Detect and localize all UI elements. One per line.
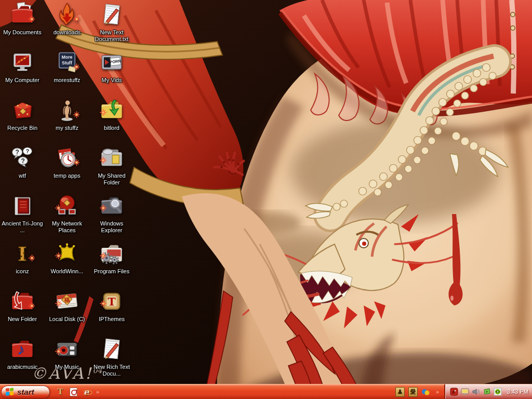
desktop-icon-my-vids[interactable]: PORNMy Vids [89, 50, 134, 98]
internet-explorer-quicklaunch-icon[interactable]: e [82, 387, 91, 396]
desktop-icon-bitlord[interactable]: bitlord [89, 98, 134, 145]
start-button[interactable]: start [1, 385, 50, 398]
desktop-icon-temp-apps[interactable]: temp apps [45, 145, 89, 193]
new-rich-text-document-icon [99, 337, 124, 364]
arabicmusic-icon: ♪ [10, 337, 35, 364]
wtf-label: wtf [19, 172, 26, 179]
desktop-icon-local-disk-c[interactable]: 福Local Disk (C) [45, 289, 89, 337]
clock[interactable]: 3:43 PM [507, 389, 528, 395]
desktop-icon-ipthemes[interactable]: TIPThemes [89, 289, 134, 337]
svg-text:Stuff: Stuff [62, 60, 72, 65]
desktop-icon-morestuffz[interactable]: MoreStuffmorestuffz [45, 50, 89, 98]
recycle-bin-icon [10, 98, 35, 125]
svg-text:?: ? [21, 157, 24, 165]
ipthemes-label: IPThemes [99, 316, 125, 323]
svg-text:T: T [108, 296, 116, 308]
desktop-icon-downloads[interactable]: downloads [45, 2, 89, 50]
display-settings-tray-icon[interactable] [461, 388, 469, 396]
desktop-icon-new-rich-text-document[interactable]: New Rich Text Docu... [89, 337, 134, 384]
svg-text:I: I [18, 243, 26, 265]
windows-explorer-label: Windows Explorer [91, 220, 132, 234]
svg-text:?: ? [25, 148, 29, 154]
arabicmusic-label: arabicmusic [7, 364, 38, 370]
my-stuffz-label: my stuffz [56, 125, 78, 131]
wtf-icon: ??? [10, 145, 35, 172]
temp-apps-label: temp apps [54, 172, 80, 179]
bitlord-tray-icon[interactable] [450, 388, 458, 396]
ancient-tri-jong-icon [10, 193, 35, 220]
ancient-tri-jong-label: Ancient Tri-Jong ... [2, 220, 43, 234]
desktop-icon-my-documents[interactable]: My Documents [0, 2, 45, 50]
new-text-document-label: New Text Document.txt [91, 29, 132, 43]
worldwinner-icon [55, 241, 79, 268]
windows-logo-icon [6, 388, 14, 396]
bitlord-icon [99, 98, 124, 125]
desktop-icon-my-network-places[interactable]: My Network Places [45, 193, 89, 241]
local-disk-c-icon: 福 [55, 289, 79, 316]
new-folder-icon [10, 289, 35, 316]
desktop-icon-my-computer[interactable]: My Computer [0, 50, 45, 98]
morestuffz-label: morestuffz [54, 77, 80, 84]
worldwinner-label: WorldWinn... [51, 268, 84, 275]
local-disk-c-label: Local Disk (C) [49, 316, 85, 323]
my-network-places-icon [55, 193, 79, 220]
my-documents-icon [10, 2, 35, 29]
my-computer-icon [10, 50, 35, 77]
program-files-label: Program Files [94, 268, 129, 275]
skeleton-hand-cursor [208, 146, 248, 183]
svg-text:?: ? [16, 149, 19, 156]
my-shared-folder-icon [99, 145, 124, 172]
desktop-icon-ancient-tri-jong[interactable]: Ancient Tri-Jong ... [0, 193, 45, 241]
desktop-icon-program-files[interactable]: Program Files [89, 241, 134, 289]
svg-text:♪: ♪ [17, 341, 24, 357]
desktop-icon-arabicmusic[interactable]: ♪arabicmusic [0, 337, 45, 384]
ipthemes-quicklaunch-icon[interactable]: T [56, 387, 65, 396]
quicklaunch-overflow-chevron[interactable]: » [96, 389, 99, 395]
desktop-icon-grid: My DocumentsMy ComputerRecycle Bin???wtf… [0, 2, 134, 384]
new-text-document-icon [99, 2, 124, 29]
desktop-icon-new-text-document[interactable]: New Text Document.txt [89, 2, 134, 50]
my-computer-label: My Computer [5, 77, 39, 84]
my-music-icon [55, 337, 79, 364]
desktop-icon-my-shared-folder[interactable]: My Shared Folder [89, 145, 134, 193]
new-folder-label: New Folder [8, 316, 37, 323]
desktop-icon-my-music[interactable]: My Music [45, 337, 89, 384]
windows-explorer-icon [99, 193, 124, 220]
bitlord-label: bitlord [104, 125, 119, 131]
my-stuffz-icon [55, 98, 79, 125]
program-files-icon [99, 241, 124, 268]
downloads-icon [55, 2, 79, 29]
desktop-icon-wtf[interactable]: ???wtf [0, 145, 45, 193]
ipthemes-icon: T [99, 289, 124, 316]
my-music-label: My Music [55, 364, 79, 370]
volume-tray-icon[interactable] [472, 388, 480, 396]
iconz-icon: I [10, 241, 35, 268]
quick-launch-bar: T e » [56, 387, 99, 396]
kanji-love-icon[interactable]: 愛 [408, 387, 418, 396]
green-device-tray-icon[interactable] [483, 388, 491, 396]
taskbar: start T e » ♟ 愛 » [0, 384, 532, 399]
svg-text:福: 福 [63, 297, 70, 303]
document-quicklaunch-icon[interactable] [69, 387, 78, 396]
desktop-icon-recycle-bin[interactable]: Recycle Bin [0, 98, 45, 145]
toolbar-overflow-chevron[interactable]: » [436, 389, 439, 395]
nvidia-tray-icon[interactable] [494, 388, 502, 396]
taskbar-toolbar: ♟ 愛 » [395, 387, 439, 396]
recycle-bin-label: Recycle Bin [7, 125, 37, 131]
morestuffz-icon: MoreStuff [55, 50, 79, 77]
desktop-icon-my-stuffz[interactable]: my stuffz [45, 98, 89, 145]
my-documents-label: My Documents [3, 29, 41, 36]
svg-text:More: More [62, 55, 73, 60]
game-piece-icon[interactable]: ♟ [395, 387, 405, 396]
temp-apps-icon [55, 145, 79, 172]
messenger-icon[interactable] [421, 387, 431, 396]
start-label: start [17, 388, 34, 396]
downloads-label: downloads [54, 29, 81, 36]
desktop-icon-windows-explorer[interactable]: Windows Explorer [89, 193, 134, 241]
desktop-icon-new-folder[interactable]: New Folder [0, 289, 45, 337]
desktop-icon-iconz[interactable]: Iiconz [0, 241, 45, 289]
my-vids-label: My Vids [102, 77, 122, 84]
my-network-places-label: My Network Places [46, 220, 88, 234]
my-vids-icon: PORN [99, 50, 124, 77]
desktop-icon-worldwinner[interactable]: WorldWinn... [45, 241, 89, 289]
